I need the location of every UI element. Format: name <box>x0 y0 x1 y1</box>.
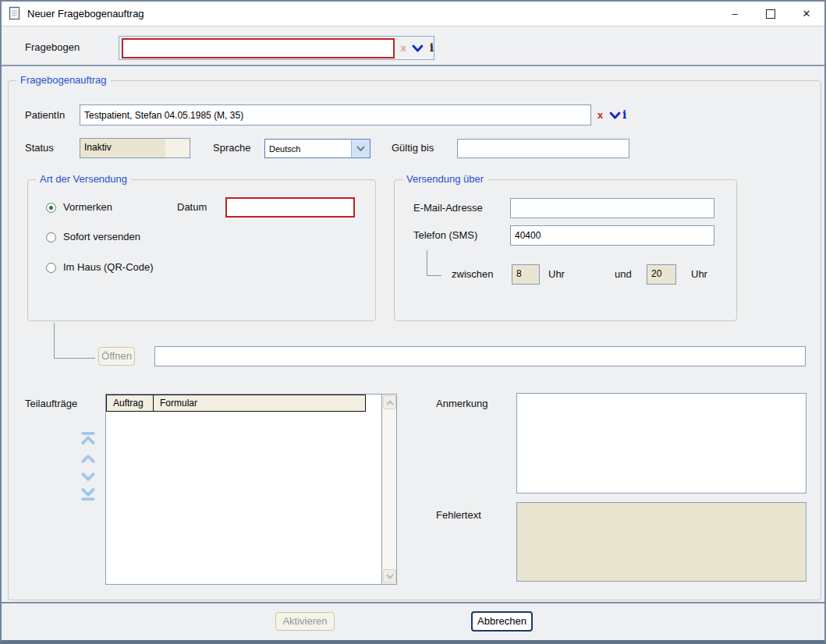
uhrzeit-bis-field: 20 <box>647 264 676 285</box>
oeffnen-path-input[interactable] <box>154 346 806 366</box>
zwischen-label: zwischen <box>452 264 493 285</box>
sprache-dropdown-button[interactable] <box>351 140 370 157</box>
chevron-down-icon <box>356 146 365 152</box>
email-label: E-Mail-Adresse <box>413 198 483 218</box>
dialog-neuer-fragebogenauftrag: Neuer Fragebogenauftrag – ✕ Fragebogen x… <box>0 0 826 644</box>
move-up-button[interactable] <box>79 451 97 466</box>
patient-label: PatientIn <box>25 105 65 126</box>
fehlertext-textarea <box>516 502 807 582</box>
sprache-select[interactable]: Deutsch <box>264 139 370 158</box>
radio-vormerken-label: Vormerken <box>63 197 112 218</box>
scroll-up-button[interactable] <box>383 395 396 409</box>
abbrechen-button[interactable]: Abbrechen <box>471 611 533 632</box>
fragebogen-input[interactable] <box>122 38 395 58</box>
teilauftraege-table: Auftrag Formular <box>105 394 397 585</box>
telefon-label: Telefon (SMS) <box>413 225 477 246</box>
patient-clear-icon[interactable]: x <box>597 104 603 126</box>
und-label: und <box>615 264 632 285</box>
info-icon[interactable]: i <box>430 37 434 58</box>
move-down-button[interactable] <box>79 469 97 484</box>
fragebogen-label: Fragebogen <box>25 37 80 58</box>
oeffnen-button[interactable]: Öffnen <box>98 347 135 366</box>
radio-im-haus-qr-code[interactable] <box>46 263 56 273</box>
status-label: Status <box>25 138 54 158</box>
gueltig-bis-input[interactable] <box>457 139 629 158</box>
dropdown-chevron-icon[interactable] <box>412 44 424 53</box>
datum-input[interactable] <box>225 197 355 218</box>
radio-im-haus-qr-code-label: Im Haus (QR-Code) <box>63 257 154 278</box>
fragebogenauftrag-group-label: Fragebogenauftrag <box>16 74 111 87</box>
radio-sofort-versenden-label: Sofort versenden <box>63 227 140 247</box>
connector-line <box>55 358 95 359</box>
move-to-bottom-button[interactable] <box>79 487 97 501</box>
connector-line <box>54 323 55 359</box>
close-icon: ✕ <box>803 8 811 19</box>
anmerkung-textarea[interactable] <box>516 393 807 494</box>
clear-icon[interactable]: x <box>401 37 406 58</box>
scroll-down-button[interactable] <box>383 569 396 583</box>
versendung-ueber-group-label: Versendung über <box>402 173 487 186</box>
status-value-field: Inaktiv <box>80 138 190 158</box>
datum-label: Datum <box>177 197 207 218</box>
radio-vormerken[interactable] <box>46 203 56 213</box>
minimize-button[interactable]: – <box>717 2 753 26</box>
title-bar: Neuer Fragebogenauftrag – ✕ <box>2 2 824 27</box>
notepad-icon <box>9 6 21 20</box>
sprache-label: Sprache <box>213 138 250 158</box>
column-header-formular[interactable]: Formular <box>153 395 365 411</box>
uhrzeit-von-field: 8 <box>512 264 540 285</box>
column-header-auftrag[interactable]: Auftrag <box>107 395 153 411</box>
art-der-versendung-group-label: Art der Versendung <box>36 173 131 186</box>
gueltig-bis-label: Gültig bis <box>392 138 434 158</box>
close-button[interactable]: ✕ <box>789 2 824 26</box>
window-title: Neuer Fragebogenauftrag <box>27 2 144 26</box>
fehlertext-label: Fehlertext <box>436 505 481 525</box>
patient-info-icon[interactable]: i <box>622 104 626 126</box>
uhr-label: Uhr <box>548 264 565 285</box>
patient-dropdown-chevron-icon[interactable] <box>609 111 621 120</box>
table-scrollbar[interactable] <box>381 395 396 584</box>
chevron-up-icon <box>386 400 394 405</box>
patient-input[interactable] <box>80 104 591 126</box>
uhr-label: Uhr <box>691 264 707 285</box>
chevron-down-icon <box>386 574 394 579</box>
maximize-button[interactable] <box>753 2 789 26</box>
anmerkung-label: Anmerkung <box>436 394 487 414</box>
aktivieren-button[interactable]: Aktivieren <box>275 612 335 631</box>
footer-divider <box>2 602 824 603</box>
connector-line <box>427 275 441 276</box>
fragebogen-field-group: x i <box>119 36 434 60</box>
sprache-selected-value: Deutsch <box>265 144 351 154</box>
table-header-row: Auftrag Formular <box>106 395 366 412</box>
connector-line <box>427 250 427 276</box>
telefon-input[interactable] <box>510 225 714 246</box>
teilauftraege-label: Teilaufträge <box>25 394 77 414</box>
minimize-icon: – <box>732 8 737 19</box>
move-to-top-button[interactable] <box>79 431 97 446</box>
maximize-icon <box>766 9 775 19</box>
email-input[interactable] <box>510 198 714 218</box>
radio-sofort-versenden[interactable] <box>46 232 56 242</box>
